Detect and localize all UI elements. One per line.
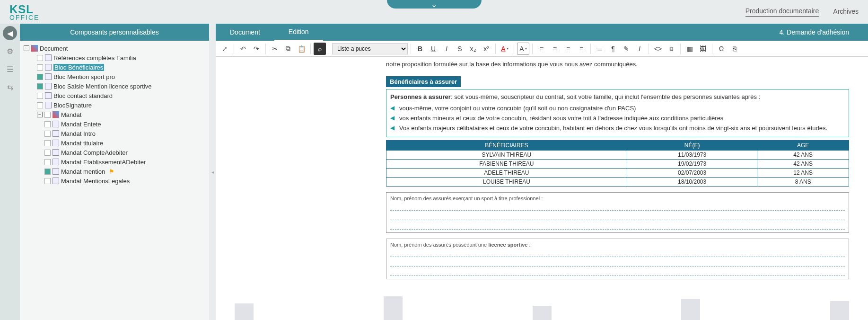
bold-icon[interactable]: B	[414, 43, 426, 55]
watermark-silhouette	[216, 292, 868, 320]
list-icon[interactable]: ☰	[3, 62, 17, 76]
checkbox[interactable]	[44, 121, 51, 127]
tree-mandat[interactable]: − Mandat	[24, 110, 205, 119]
tree-item[interactable]: Bloc Saisie Mention licence sportive	[24, 81, 205, 91]
tab-document[interactable]: Document	[216, 24, 274, 41]
omega-icon[interactable]: Ω	[715, 43, 728, 55]
checkbox[interactable]	[37, 102, 43, 108]
back-icon[interactable]: ◀	[3, 26, 17, 40]
tree-item[interactable]: Mandat Entete	[24, 119, 205, 129]
checkbox[interactable]	[44, 159, 51, 165]
logo: KSL OFFICE	[9, 3, 39, 21]
checkbox[interactable]	[37, 64, 43, 71]
tree-item[interactable]: Mandat Intro	[24, 129, 205, 138]
checkbox[interactable]	[37, 93, 43, 99]
beneficiaires-table: BÉNÉFICIAIRES NÉ(E) AGE SYLVAIN THIREAU1…	[386, 140, 849, 187]
table-icon[interactable]: ▦	[684, 43, 696, 55]
code-icon[interactable]: <>	[652, 43, 664, 55]
tab-edition[interactable]: Edition	[274, 24, 323, 41]
doc-icon	[45, 83, 52, 89]
share-icon[interactable]: ⇆	[3, 80, 17, 94]
checkbox[interactable]	[44, 131, 51, 137]
checkbox[interactable]	[44, 112, 51, 118]
doc-icon	[45, 54, 52, 61]
nav-production[interactable]: Production documentaire	[745, 7, 819, 17]
left-panel-title: Composants personnalisables	[20, 24, 209, 41]
pagebreak-icon[interactable]: ⎘	[728, 43, 741, 55]
collapse-icon[interactable]: −	[37, 112, 43, 117]
tree-item[interactable]: Mandat CompteAdebiter	[24, 148, 205, 157]
checkbox[interactable]	[44, 150, 51, 156]
italic-icon[interactable]: I	[440, 43, 453, 55]
tree-item[interactable]: Références complètes Familia	[24, 53, 205, 62]
undo-icon[interactable]: ↶	[237, 43, 249, 55]
subscript-icon[interactable]: x₂	[467, 43, 479, 55]
doc-icon	[53, 178, 59, 184]
border-color-icon[interactable]: A▾	[517, 43, 529, 55]
gear-icon[interactable]: ⚙	[3, 44, 17, 58]
cut-icon[interactable]: ✂	[269, 43, 281, 55]
flag-icon: ⚑	[109, 168, 114, 175]
align-right-icon[interactable]: ≡	[562, 43, 574, 55]
bullet-marker-icon: ◀	[390, 124, 395, 132]
embed-icon[interactable]: ⧈	[665, 43, 677, 55]
lead-text: : soit vous-même, souscripteur du contra…	[451, 93, 760, 100]
collapse-icon[interactable]: −	[24, 45, 29, 51]
checkbox[interactable]	[37, 55, 43, 61]
splitter[interactable]: ◂	[209, 24, 216, 320]
tree-item[interactable]: Mandat MentionsLegales	[24, 176, 205, 186]
style-select[interactable]: Liste a puces	[332, 43, 408, 54]
align-justify-icon[interactable]: ≡	[575, 43, 587, 55]
tree-root[interactable]: − Document	[24, 44, 205, 53]
redo-icon[interactable]: ↷	[250, 43, 263, 55]
superscript-icon[interactable]: x²	[480, 43, 492, 55]
table-row: SYLVAIN THIREAU11/03/197342 ANS	[386, 151, 849, 160]
lead-label: Personnes à assurer	[390, 93, 451, 100]
copy-icon[interactable]: ⧉	[282, 43, 294, 55]
tree-item[interactable]: Bloc Mention sport pro	[24, 72, 205, 81]
struct-icon	[31, 45, 38, 52]
list-bullet-icon[interactable]: ≣	[594, 43, 606, 55]
underline-icon[interactable]: U	[427, 43, 439, 55]
block-title: Bénéficiaires à assurer	[386, 76, 461, 87]
tree-item[interactable]: Bloc contact standard	[24, 91, 205, 100]
doc-icon	[45, 73, 52, 80]
bullet-item: ◀vos enfants mineurs et ceux de votre co…	[390, 113, 845, 123]
paste-icon[interactable]: 📋	[295, 43, 307, 55]
doc-icon	[53, 140, 59, 146]
checkbox[interactable]	[44, 178, 51, 184]
find-icon[interactable]: ⌕	[314, 43, 326, 55]
tree-item-selected[interactable]: Bloc Bénéficiaires	[24, 62, 205, 72]
doc-icon	[53, 121, 59, 127]
checkbox-checked[interactable]	[37, 83, 43, 89]
text-color-icon[interactable]: A▾	[499, 43, 511, 55]
tree-item[interactable]: BlocSignature	[24, 100, 205, 110]
tree-item[interactable]: Mandat titulaire	[24, 138, 205, 148]
tree-item[interactable]: Mandat mention⚑	[24, 167, 205, 176]
nav-archives[interactable]: Archives	[833, 8, 859, 17]
doc-icon	[45, 64, 52, 71]
intro-text: notre proposition formulée sur la base d…	[386, 57, 849, 71]
tree-item[interactable]: Mandat EtablissementADebiter	[24, 157, 205, 167]
paragraph-icon[interactable]: ¶	[607, 43, 619, 55]
slash-icon[interactable]: I	[633, 43, 646, 55]
edit-icon[interactable]: ✎	[620, 43, 632, 55]
table-row: FABIENNE THIREAU19/02/197342 ANS	[386, 160, 849, 169]
doc-icon	[53, 159, 59, 165]
expand-icon[interactable]: ⤢	[219, 43, 231, 55]
checkbox[interactable]	[44, 140, 51, 146]
checkbox-checked[interactable]	[44, 169, 51, 175]
licence-box: Nom, prénom des assurés possédant une li…	[386, 239, 849, 279]
sport-pro-box: Nom, prénom des assurés exerçant un spor…	[386, 192, 849, 233]
align-left-icon[interactable]: ≡	[535, 43, 548, 55]
strike-icon[interactable]: S	[454, 43, 466, 55]
checkbox-checked[interactable]	[37, 74, 43, 80]
image-icon[interactable]: 🖼	[697, 43, 709, 55]
sidebar-iconbar: ◀ ⚙ ☰ ⇆	[0, 24, 20, 320]
table-header-row: BÉNÉFICIAIRES NÉ(E) AGE	[386, 141, 849, 151]
editor-canvas[interactable]: notre proposition formulée sur la base d…	[216, 57, 868, 320]
pull-down-handle[interactable]: ⌄	[387, 0, 482, 9]
align-center-icon[interactable]: ≡	[549, 43, 561, 55]
doc-icon	[53, 149, 59, 156]
beneficiaires-box: Personnes à assurer: soit vous-même, sou…	[386, 89, 849, 137]
